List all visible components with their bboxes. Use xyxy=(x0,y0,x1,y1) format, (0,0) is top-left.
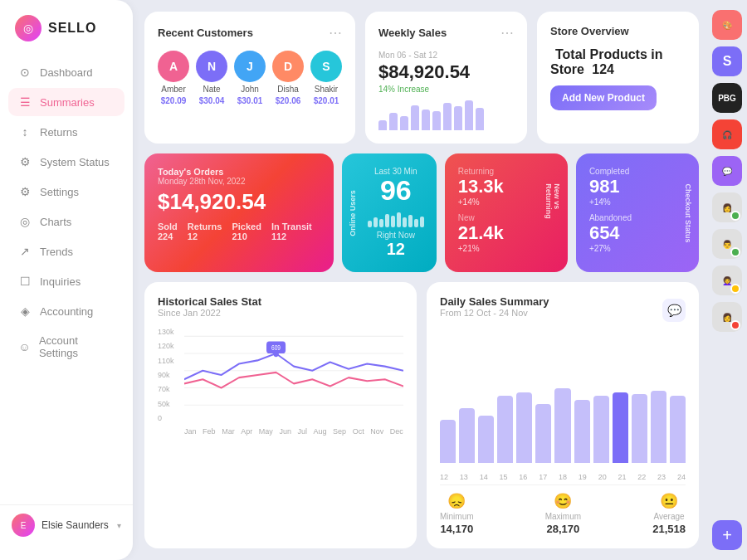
weekly-bar-3 xyxy=(411,105,419,130)
daily-x-label: 21 xyxy=(618,473,626,481)
returns-label: Returns xyxy=(188,222,222,231)
weekly-date: Mon 06 - Sat 12 xyxy=(378,51,514,60)
daily-bar-8 xyxy=(593,396,609,463)
sidebar-item-trends[interactable]: ↗Trends xyxy=(8,237,124,265)
x-label: Jun xyxy=(279,427,291,436)
nav-icon-dashboard: ⊙ xyxy=(18,66,32,79)
daily-subtitle: From 12 Oct - 24 Nov xyxy=(440,308,549,318)
total-products-value: 124 xyxy=(592,62,614,76)
recent-customers-header: Recent Customers ⋯ xyxy=(158,25,342,41)
right-panel-avatar-6[interactable]: 👨 xyxy=(712,229,742,259)
sidebar-item-dashboard[interactable]: ⊙Dashboard xyxy=(8,58,124,86)
add-button[interactable]: + xyxy=(712,520,742,550)
sidebar-item-accounting[interactable]: ◈Accounting xyxy=(8,297,124,325)
nav-label-summaries: Summaries xyxy=(40,96,95,109)
recent-customers-menu[interactable]: ⋯ xyxy=(329,25,342,41)
stat-cards-row: Today's Orders Monday 28th Nov, 2022 $14… xyxy=(144,153,699,272)
sidebar-item-inquiries[interactable]: ☐Inquiries xyxy=(8,267,124,295)
historical-sales-card: Historical Sales Stat Since Jan 2022 130… xyxy=(144,282,417,548)
right-panel-avatar-4[interactable]: 💬 xyxy=(712,156,742,186)
daily-x-labels: 12131415161718192021222324 xyxy=(440,473,686,481)
customer-avatar: J xyxy=(234,51,266,82)
online-side-label: Online Users xyxy=(349,190,357,236)
mini-bar-8 xyxy=(414,219,418,227)
daily-bar-10 xyxy=(632,394,647,463)
x-label: Sep xyxy=(333,427,346,436)
store-overview-header: Store Overview xyxy=(550,25,686,37)
weekly-sales-menu[interactable]: ⋯ xyxy=(500,25,514,41)
sidebar-item-account-settings[interactable]: ☺Account Settings xyxy=(8,327,124,367)
right-panel-avatar-7[interactable]: 👩‍🦱 xyxy=(712,265,742,295)
customer-amber[interactable]: A Amber $20.09 xyxy=(158,51,189,105)
y-label: 90k xyxy=(158,371,181,379)
new-val: 21.4k xyxy=(458,222,541,244)
daily-x-label: 23 xyxy=(657,473,666,481)
sidebar-item-settings[interactable]: ⚙Settings xyxy=(8,178,124,206)
chevron-down-icon: ▾ xyxy=(117,521,121,530)
y-label: 110k xyxy=(158,357,181,365)
right-panel-avatar-3[interactable]: 🎧 xyxy=(712,119,742,149)
nav-icon-summaries: ☰ xyxy=(18,95,32,109)
daily-bar-6 xyxy=(554,388,570,463)
returning-label: Returning xyxy=(458,167,541,176)
new-ret-card: New vs Returning Returning 13.3k +14% Ne… xyxy=(445,153,568,272)
weekly-amount: $84,920.54 xyxy=(378,61,514,83)
orders-date: Monday 28th Nov, 2022 xyxy=(158,177,320,186)
right-panel-avatar-2[interactable]: PBG xyxy=(712,83,742,113)
x-label: Nov xyxy=(370,427,383,436)
weekly-bar-7 xyxy=(454,106,462,130)
right-panel-avatar-8[interactable]: 👩 xyxy=(712,302,742,332)
sidebar-item-charts[interactable]: ◎Charts xyxy=(8,207,124,236)
mini-bar-5 xyxy=(397,212,401,227)
daily-bar-2 xyxy=(478,416,494,463)
x-label: Mar xyxy=(222,427,235,436)
completed-label: Completed xyxy=(589,167,672,176)
daily-bars xyxy=(440,341,686,463)
right-panel-avatar-5[interactable]: 👩 xyxy=(712,192,742,222)
checkout-content: Completed 981 +14% Abandoned 654 +27% xyxy=(589,167,686,253)
avg-label: Average xyxy=(654,512,685,521)
y-label: 0 xyxy=(158,414,181,422)
x-label: Dec xyxy=(390,427,403,436)
right-panel-avatar-0[interactable]: 🎨 xyxy=(712,10,742,40)
daily-x-label: 22 xyxy=(637,473,646,481)
mini-bar-4 xyxy=(391,216,395,227)
daily-bar-0 xyxy=(440,420,456,463)
customer-amount: $30.01 xyxy=(237,96,263,105)
returns-val: 12 xyxy=(188,231,222,241)
customer-john[interactable]: J John $30.01 xyxy=(234,51,266,105)
user-avatar: E xyxy=(12,514,35,537)
orders-sold: Sold 224 xyxy=(158,222,178,241)
customer-nate[interactable]: N Nate $30.04 xyxy=(196,51,227,105)
customer-name: Shakir xyxy=(315,85,338,94)
add-new-product-button[interactable]: Add New Product xyxy=(550,85,657,110)
customer-avatar: N xyxy=(196,51,227,82)
nav-label-dashboard: Dashboard xyxy=(40,66,93,79)
historical-chart: 130k120k110k90k70k50k0 xyxy=(158,328,403,436)
daily-bar-1 xyxy=(459,408,475,463)
y-label: 130k xyxy=(158,328,181,336)
avg-val: 21,518 xyxy=(652,523,686,535)
right-panel-avatar-1[interactable]: S xyxy=(712,46,742,76)
nav-label-returns: Returns xyxy=(40,126,78,139)
customer-shakir[interactable]: S Shakir $20.01 xyxy=(310,51,342,105)
nav-icon-returns: ↕ xyxy=(18,125,32,139)
online-now-val: 12 xyxy=(387,240,405,259)
sidebar-item-summaries[interactable]: ☰Summaries xyxy=(8,88,124,116)
sidebar-footer[interactable]: E Elsie Saunders ▾ xyxy=(0,504,133,545)
sidebar-item-returns[interactable]: ↕Returns xyxy=(8,118,124,146)
online-now-label: Right Now xyxy=(377,231,415,240)
mini-bar-0 xyxy=(368,221,372,227)
daily-x-label: 18 xyxy=(559,473,567,481)
x-label: Aug xyxy=(314,427,327,436)
weekly-bar-8 xyxy=(465,100,473,130)
daily-x-label: 17 xyxy=(539,473,547,481)
customer-disha[interactable]: D Disha $20.06 xyxy=(272,51,304,105)
sidebar-item-system-status[interactable]: ⚙System Status xyxy=(8,148,124,176)
mini-bar-9 xyxy=(420,217,424,227)
sidebar: ◎ SELLO ⊙Dashboard☰Summaries↕Returns⚙Sys… xyxy=(0,0,133,560)
nav-icon-accounting: ◈ xyxy=(18,304,32,318)
returning-change: +14% xyxy=(458,197,541,207)
weekly-sales-title: Weekly Sales xyxy=(378,27,447,39)
daily-menu-button[interactable]: 💬 xyxy=(662,299,686,322)
